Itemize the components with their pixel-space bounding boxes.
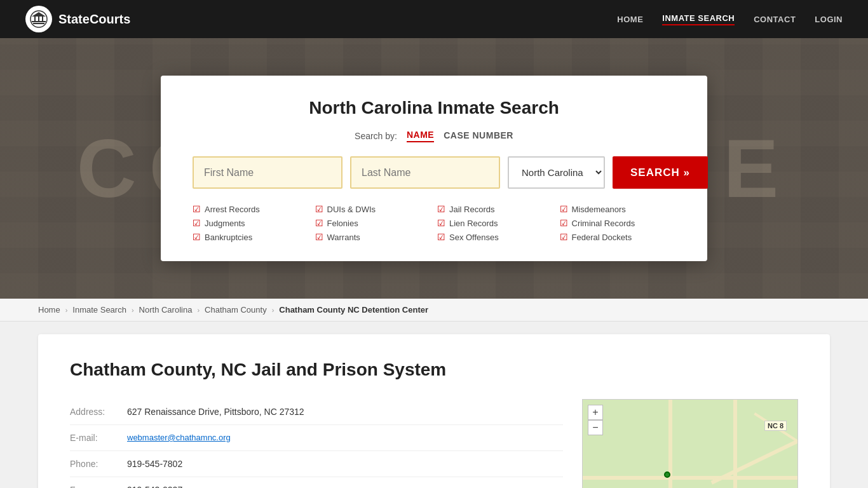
nav-home[interactable]: HOME <box>617 15 643 24</box>
breadcrumb-current: Chatham County NC Detention Center <box>279 305 428 315</box>
feature-label: Judgments <box>205 219 245 228</box>
check-icon: ☑ <box>193 218 201 228</box>
site-header: StateCourts HOME INMATE SEARCH CONTACT L… <box>0 0 868 38</box>
breadcrumb-nc[interactable]: North Carolina <box>139 305 193 315</box>
map-road-h1 <box>583 476 797 480</box>
check-icon: ☑ <box>315 218 323 228</box>
address-value: 627 Renaissance Drive, Pittsboro, NC 273… <box>127 407 304 417</box>
breadcrumb-sep-2: › <box>132 306 134 314</box>
check-icon: ☑ <box>437 232 445 242</box>
fax-row: Fax: 919-542-0227 <box>70 477 563 488</box>
feature-item: ☑Criminal Records <box>560 218 676 228</box>
nav-login[interactable]: LOGIN <box>815 15 843 24</box>
fax-label: Fax: <box>70 485 127 488</box>
check-icon: ☑ <box>560 204 568 214</box>
feature-label: Federal Dockets <box>572 233 632 242</box>
feature-label: Lien Records <box>449 219 498 228</box>
hero-section: COURTHOUSE North Carolina Inmate Search … <box>0 38 868 299</box>
nav-inmate-search[interactable]: INMATE SEARCH <box>662 13 735 25</box>
email-label: E-mail: <box>70 433 127 443</box>
check-icon: ☑ <box>193 204 201 214</box>
map-controls: + − <box>588 405 603 435</box>
feature-item: ☑Judgments <box>193 218 309 228</box>
info-table: Address: 627 Renaissance Drive, Pittsbor… <box>70 399 563 488</box>
breadcrumb-inmate-search[interactable]: Inmate Search <box>72 305 126 315</box>
nav-contact[interactable]: CONTACT <box>754 15 796 24</box>
search-button[interactable]: SEARCH » <box>613 156 708 189</box>
phone-value: 919-545-7802 <box>127 459 182 469</box>
check-icon: ☑ <box>437 204 445 214</box>
map-svg <box>583 400 797 488</box>
phone-row: Phone: 919-545-7802 <box>70 451 563 477</box>
feature-label: Jail Records <box>449 205 495 214</box>
feature-label: Felonies <box>327 219 358 228</box>
breadcrumb-home[interactable]: Home <box>38 305 60 315</box>
tab-name[interactable]: NAME <box>407 130 434 142</box>
search-card: North Carolina Inmate Search Search by: … <box>161 76 707 261</box>
feature-item: ☑Warrants <box>315 232 431 242</box>
svg-rect-1 <box>33 23 44 24</box>
last-name-input[interactable] <box>350 156 500 189</box>
map-road-v1 <box>733 400 737 488</box>
search-by-label: Search by: <box>355 131 397 141</box>
facility-title: Chatham County, NC Jail and Prison Syste… <box>70 360 798 380</box>
breadcrumb-bar: Home › Inmate Search › North Carolina › … <box>0 299 868 322</box>
card-title: North Carolina Inmate Search <box>193 98 675 118</box>
fax-value: 919-542-0227 <box>127 485 182 488</box>
map-zoom-out[interactable]: − <box>588 420 603 435</box>
features-grid: ☑Arrest Records☑DUIs & DWIs☑Jail Records… <box>193 204 675 242</box>
content-area: Chatham County, NC Jail and Prison Syste… <box>38 334 830 488</box>
search-by-row: Search by: NAME CASE NUMBER <box>193 130 675 142</box>
feature-item: ☑Sex Offenses <box>437 232 553 242</box>
info-layout: Address: 627 Renaissance Drive, Pittsbor… <box>70 399 798 488</box>
logo-text: StateCourts <box>58 12 130 27</box>
check-icon: ☑ <box>315 204 323 214</box>
breadcrumb-sep-1: › <box>65 306 68 314</box>
feature-label: DUIs & DWIs <box>327 205 376 214</box>
feature-item: ☑Arrest Records <box>193 204 309 214</box>
map-container: NC 8 + − <box>582 399 798 488</box>
phone-label: Phone: <box>70 459 127 469</box>
svg-rect-4 <box>34 17 36 21</box>
site-logo[interactable]: StateCourts <box>25 6 130 32</box>
check-icon: ☑ <box>315 232 323 242</box>
map-nc-label: NC 8 <box>764 421 787 431</box>
feature-item: ☑Federal Dockets <box>560 232 676 242</box>
map-background: NC 8 <box>583 400 797 488</box>
breadcrumb-sep-3: › <box>197 306 200 314</box>
main-nav: HOME INMATE SEARCH CONTACT LOGIN <box>617 13 843 25</box>
svg-rect-5 <box>42 17 43 21</box>
state-select[interactable]: North Carolina <box>508 156 605 189</box>
feature-label: Warrants <box>327 233 360 242</box>
feature-label: Arrest Records <box>205 205 260 214</box>
email-row: E-mail: webmaster@chathamnc.org <box>70 425 563 451</box>
map-zoom-in[interactable]: + <box>588 405 603 420</box>
feature-item: ☑Felonies <box>315 218 431 228</box>
check-icon: ☑ <box>193 232 201 242</box>
feature-label: Bankruptcies <box>205 233 252 242</box>
check-icon: ☑ <box>560 218 568 228</box>
check-icon: ☑ <box>437 218 445 228</box>
first-name-input[interactable] <box>193 156 342 189</box>
email-link[interactable]: webmaster@chathamnc.org <box>127 433 231 442</box>
feature-item: ☑Jail Records <box>437 204 553 214</box>
breadcrumb-chatham[interactable]: Chatham County <box>205 305 267 315</box>
feature-label: Sex Offenses <box>449 233 499 242</box>
logo-icon <box>25 6 52 32</box>
feature-item: ☑Bankruptcies <box>193 232 309 242</box>
tab-case-number[interactable]: CASE NUMBER <box>444 130 513 142</box>
feature-item: ☑DUIs & DWIs <box>315 204 431 214</box>
feature-label: Misdemeanors <box>572 205 626 214</box>
feature-item: ☑Misdemeanors <box>560 204 676 214</box>
address-label: Address: <box>70 407 127 417</box>
address-row: Address: 627 Renaissance Drive, Pittsbor… <box>70 399 563 425</box>
search-fields: North Carolina SEARCH » <box>193 156 675 189</box>
check-icon: ☑ <box>560 232 568 242</box>
svg-rect-2 <box>32 21 46 22</box>
breadcrumb-sep-4: › <box>272 306 275 314</box>
feature-label: Criminal Records <box>572 219 635 228</box>
feature-item: ☑Lien Records <box>437 218 553 228</box>
